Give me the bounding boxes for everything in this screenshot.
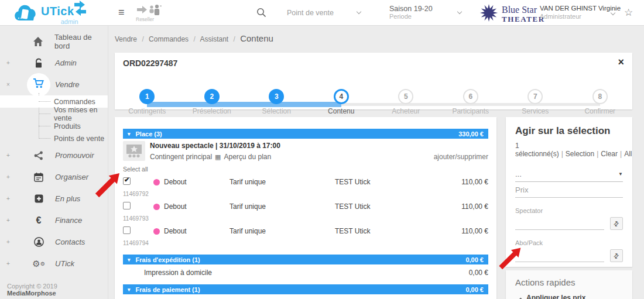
logo-arrows-icon xyxy=(74,2,87,20)
contingent-label: Contingent principal xyxy=(150,153,212,161)
breadcrumb-current: Contenu xyxy=(240,33,273,43)
select-all-label: Select all xyxy=(123,166,488,173)
action-select[interactable]: ... ▼ xyxy=(515,170,623,182)
sidebar-item-en-plus[interactable]: + En plus xyxy=(0,188,108,209)
step-confirmer[interactable]: 8 Confirmer xyxy=(568,89,633,115)
ticket-checkbox[interactable] xyxy=(123,177,131,185)
event-thumbnail xyxy=(123,141,145,161)
payment-section-total: 0,00 € xyxy=(465,286,484,293)
ticket-checkbox[interactable] xyxy=(123,226,131,234)
sidebar-item-points-de-vente[interactable]: Points de vente xyxy=(0,132,108,145)
shipping-section-total: 0,00 € xyxy=(465,256,484,263)
chevron-down-icon xyxy=(357,9,361,14)
point-de-vente-dropdown[interactable]: Point de vente xyxy=(275,0,363,26)
prix-input[interactable] xyxy=(515,182,623,198)
all-link[interactable]: All xyxy=(624,150,632,158)
expand-mark: + xyxy=(5,195,12,202)
user-role: Administrateur xyxy=(540,13,609,20)
event-title: Nouveau spectacle | 31/10/2019 à 17:00 xyxy=(150,142,280,150)
sidebar-item-organiser[interactable]: + Organiser xyxy=(0,166,108,188)
zone-name: Debout xyxy=(164,178,187,186)
season-dropdown[interactable]: Saison 19-20 Periode xyxy=(386,0,464,26)
abo-pack-input[interactable] xyxy=(515,246,604,262)
selection-link[interactable]: Selection xyxy=(566,150,594,158)
favorite-star-icon[interactable]: ☆ xyxy=(624,6,633,19)
plan-preview-link[interactable]: Aperçu du plan xyxy=(224,153,271,161)
payment-section-header[interactable]: ▾ Frais de paiement (1) 0,00 € xyxy=(123,284,488,294)
sidebar-item-produits[interactable]: Produits xyxy=(0,120,108,132)
order-id: ORD02297487 xyxy=(123,59,177,68)
step-contenu[interactable]: 4 Contenu xyxy=(309,89,374,115)
abo-pack-sync-button[interactable]: ⇄ xyxy=(610,249,623,262)
add-remove-link[interactable]: ajouter/supprimer xyxy=(434,153,488,161)
ticket-row: Debout Tarif unique TEST Utick 110,00 € xyxy=(123,226,488,236)
expand-mark: + xyxy=(5,217,12,224)
panel-title: Agir sur la sélection xyxy=(515,125,623,137)
plus-box-icon xyxy=(32,194,46,204)
sidebar-item-contacts[interactable]: + Contacts xyxy=(0,231,108,253)
ticket-id: 11469792 xyxy=(123,191,488,197)
sidebar-item-admin[interactable]: + Admin xyxy=(0,52,108,74)
clear-link[interactable]: Clear xyxy=(601,150,618,158)
step-participants[interactable]: 6 Participants xyxy=(439,89,503,115)
share-icon xyxy=(32,150,46,161)
ticket-id: 11469793 xyxy=(123,215,488,222)
user-menu[interactable]: VAN DER GHINST Virginie Administrateur xyxy=(540,5,609,20)
step-label: Sélection xyxy=(262,107,291,115)
breadcrumb-assistant[interactable]: Assistant xyxy=(200,35,228,43)
breadcrumb: Vendre / Commandes / Assistant / Contenu xyxy=(115,33,273,43)
owner: TEST Utick xyxy=(335,227,447,235)
sidebar-item-utick[interactable]: + ⚙⚙ UTick xyxy=(0,253,108,274)
apply-catalog-prices-action[interactable]: Appliquer les prix catalogues xyxy=(515,294,623,299)
order-wizard-card: ORD02297487 × 1 Contingents 2 Préselecti… xyxy=(115,53,632,109)
contacts-icon xyxy=(32,236,46,248)
hamburger-menu-icon[interactable]: ≡ xyxy=(118,6,125,19)
step-contingents[interactable]: 1 Contingents xyxy=(115,89,180,115)
sidebar-item-vendre[interactable]: × Vendre xyxy=(0,74,108,95)
utick-logo[interactable]: UTick admin xyxy=(14,2,87,25)
shipping-section-header[interactable]: ▾ Frais d'expédition (1) 0,00 € xyxy=(123,255,488,264)
cart-icon xyxy=(33,78,44,91)
place-section-header[interactable]: ▾ Place (3) 330,00 € xyxy=(123,129,488,139)
zone-color-dot xyxy=(153,204,160,210)
ticket-price: 110,00 € xyxy=(447,227,488,235)
selection-count: 1 sélectionné(s) xyxy=(515,142,559,158)
step-number: 3 xyxy=(269,89,284,104)
sidebar-item-label: Contacts xyxy=(55,238,85,246)
quick-action-label: Appliquer les prix catalogues xyxy=(526,294,623,299)
sidebar-item-finance[interactable]: + € Finance xyxy=(0,209,108,231)
search-icon[interactable] xyxy=(256,8,266,20)
logo-text: UTick admin xyxy=(41,2,87,25)
theater-name-line1: Blue Star xyxy=(502,5,545,15)
breadcrumb-commandes[interactable]: Commandes xyxy=(149,35,189,43)
step-preselection[interactable]: 2 Préselection xyxy=(180,89,245,115)
place-section-title: Place (3) xyxy=(136,130,162,138)
step-selection[interactable]: 3 Sélection xyxy=(244,89,309,115)
sidebar-item-vos-mises-en-vente[interactable]: Vos mises en vente xyxy=(0,108,108,120)
reseller-toggle[interactable]: Reseller xyxy=(136,4,166,22)
breadcrumb-vendre[interactable]: Vendre xyxy=(115,35,137,43)
tariff: Tarif unique xyxy=(229,227,335,235)
lock-icon xyxy=(32,58,46,68)
sidebar-item-tableau-de-bord[interactable]: Tableau de bord xyxy=(0,30,108,52)
ticket-id: 11469794 xyxy=(123,240,488,246)
step-services[interactable]: 7 Services xyxy=(503,89,568,115)
ticket-checkbox[interactable] xyxy=(123,202,131,209)
theater-logo: Blue Star THEATER xyxy=(479,3,545,25)
sidebar-item-promouvoir[interactable]: + Promouvoir xyxy=(0,145,108,166)
spectator-input[interactable] xyxy=(515,214,604,230)
sidebar-item-label: Tableau de bord xyxy=(54,33,108,50)
step-label: Contenu xyxy=(328,107,354,115)
sidebar: Tableau de bord + Admin × xyxy=(0,26,108,299)
spectator-sync-button[interactable]: ⇄ xyxy=(610,217,623,230)
expand-mark: + xyxy=(5,152,12,159)
expand-mark: + xyxy=(5,260,12,267)
chevron-down-icon xyxy=(457,9,462,14)
close-icon[interactable]: × xyxy=(618,56,624,68)
payment-section-title: Frais de paiement (1) xyxy=(136,286,200,293)
expand-mark: + xyxy=(5,174,12,180)
step-acheteur[interactable]: 5 Acheteur xyxy=(374,89,439,115)
chevron-down-icon: ▾ xyxy=(128,131,131,137)
sidebar-item-label: Promouvoir xyxy=(55,151,94,160)
event-row: Nouveau spectacle | 31/10/2019 à 17:00 C… xyxy=(123,141,488,161)
